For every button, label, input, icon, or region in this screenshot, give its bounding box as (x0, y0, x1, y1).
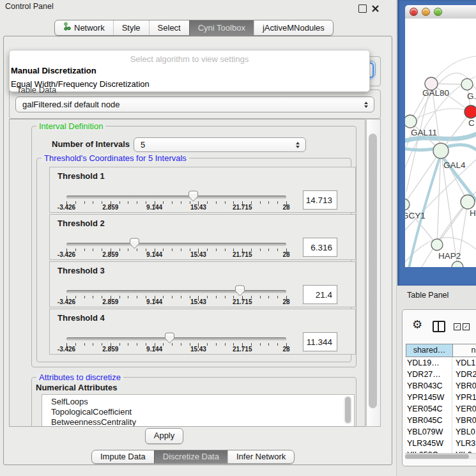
apply-button[interactable]: Apply (145, 428, 183, 444)
interval-definition-group-label: Interval Definition (36, 121, 105, 131)
node-label: GAL11 (411, 128, 437, 137)
tab-jactivemnodules[interactable]: jActiveMNodules (254, 20, 333, 35)
tab-discretize-data[interactable]: Discretize Data (154, 450, 227, 463)
slider-thumb[interactable] (234, 285, 245, 296)
control-panel-window: Control Panel NetworkStyleSelectCyni Too… (0, 0, 397, 476)
threshold-value-field[interactable]: 6.316 (303, 238, 337, 257)
threshold-label: Threshold 2 (58, 219, 105, 228)
popup-item-manual-discretization[interactable]: Manual Discretization (10, 64, 369, 77)
network-graph: GAL80G.CGAL11GAL4GCY1HHAP2 (405, 19, 476, 267)
network-node-gcy1[interactable] (405, 199, 410, 210)
stepper-arrows-icon (296, 142, 300, 148)
slider-thumb[interactable] (129, 238, 140, 249)
network-node-h[interactable] (461, 195, 475, 209)
network-window-titlebar[interactable] (405, 5, 476, 19)
attribute-item-topologicalcoefficient[interactable]: TopologicalCoefficient (42, 407, 354, 417)
cell-shared-name: YBR045C (407, 415, 443, 426)
table-data-combobox[interactable]: galFiltered.sif default node (15, 96, 374, 112)
table-panel: ⚙ ✓ ✓ shared… na YDL19…YDL1YDR27…YDR2YBR… (402, 309, 476, 466)
table-horizontal-scrollbar[interactable] (405, 453, 476, 459)
gear-icon[interactable]: ⚙ (412, 319, 422, 330)
table-data-combobox-value: galFiltered.sif default node (22, 100, 119, 109)
number-of-intervals-value: 5 (141, 140, 145, 150)
table-row[interactable]: YDR27…YDR2 (406, 369, 476, 380)
threshold-value-field[interactable]: 14.713 (303, 190, 337, 210)
slider-thumb[interactable] (188, 190, 199, 202)
table-row[interactable]: YBR045CYBR0 (406, 415, 476, 426)
slider-track[interactable] (66, 196, 286, 199)
slider-track[interactable] (66, 337, 286, 341)
minor-tick (225, 201, 226, 204)
minor-tick (216, 249, 217, 251)
settings-vertical-scrollbar[interactable] (366, 119, 381, 427)
settings-scrollbar-thumb[interactable] (369, 134, 377, 408)
mac-zoom-icon[interactable] (434, 8, 442, 16)
slider-thumb[interactable] (164, 332, 175, 344)
table-scrollbar-thumb[interactable] (405, 454, 469, 459)
minor-tick (207, 296, 208, 298)
tab-select[interactable]: Select (149, 20, 189, 35)
cell-shared-name: YPR145W (407, 392, 444, 403)
threshold-value-field[interactable]: 11.344 (303, 332, 337, 351)
split-columns-icon[interactable] (433, 321, 445, 332)
window-title: Control Panel (5, 2, 54, 11)
table-row[interactable]: YDL19…YDL1 (406, 357, 476, 369)
tick-label: -3.426 (58, 346, 75, 353)
attribute-item-betweennesscentrality[interactable]: BetweennessCentrality (42, 417, 354, 427)
tick-label: 2.859 (102, 298, 118, 305)
tick-label: 15.43 (190, 346, 206, 353)
attribute-item-selfloops[interactable]: SelfLoops (42, 397, 354, 407)
close-icon[interactable] (372, 4, 379, 12)
table-row[interactable]: YER054CYER0 (406, 403, 476, 415)
threshold-value-field[interactable]: 21.4 (303, 285, 337, 304)
checkbox-icon[interactable]: ✓ (454, 323, 461, 330)
minor-tick (163, 201, 164, 204)
mac-minimize-icon[interactable] (422, 8, 430, 16)
float-window-icon[interactable] (358, 4, 367, 13)
minor-tick (207, 249, 208, 251)
threshold-row-1: Threshold 1-3.4262.8599.14415.4321.71528… (49, 167, 356, 213)
tick-label: 21.715 (233, 298, 252, 305)
network-node[interactable] (452, 261, 463, 267)
network-node-hap2[interactable] (431, 239, 443, 250)
network-node-gal4[interactable] (433, 143, 449, 158)
minor-tick (172, 296, 173, 298)
mac-close-icon[interactable] (410, 8, 418, 16)
tab-impute-data[interactable]: Impute Data (92, 450, 154, 463)
node-label: GAL4 (443, 160, 466, 170)
network-node-c[interactable] (464, 105, 476, 118)
column-header-shared-name[interactable]: shared… (406, 344, 452, 357)
column-header-name[interactable]: na (452, 344, 476, 357)
number-of-intervals-combobox[interactable]: 5 (134, 137, 306, 152)
numerical-attributes-list[interactable]: SelfLoopsTopologicalCoefficientBetweenne… (42, 394, 355, 427)
table-row[interactable]: YBR043CYBR0 (406, 380, 476, 392)
network-canvas[interactable]: GAL80G.CGAL11GAL4GCY1HHAP2 (405, 19, 476, 267)
table-row[interactable]: YLR345WYLR3 (406, 438, 476, 449)
tab-style[interactable]: Style (113, 20, 149, 35)
tick-label: 21.715 (233, 346, 252, 353)
tab-network[interactable]: Network (55, 20, 113, 35)
popup-item-equal-width-frequency-discretization[interactable]: Equal Width/Frequency Discretization (10, 77, 369, 91)
attributes-scrollbar[interactable] (344, 396, 352, 424)
tick-label: 9.144 (146, 204, 162, 211)
minor-tick (260, 343, 261, 346)
tab-infer-network[interactable]: Infer Network (227, 450, 294, 463)
cell-shared-name: YDL19… (407, 357, 440, 369)
attributes-scrollbar-thumb[interactable] (345, 397, 351, 423)
network-node-gal11[interactable] (405, 115, 417, 128)
table-row[interactable]: YBL079WYBL0 (406, 426, 476, 438)
checkbox-icon[interactable]: ✓ (463, 323, 470, 330)
tab-cyni-toolbox[interactable]: Cyni Toolbox (189, 20, 254, 35)
minor-tick (137, 343, 137, 346)
network-node-g[interactable] (461, 79, 473, 90)
tick-label: 15.43 (190, 204, 206, 211)
tick-label: 2.859 (102, 346, 118, 353)
tick-label: 28 (282, 251, 289, 258)
node-label: G. (467, 91, 476, 101)
tick-label: -3.426 (58, 298, 75, 305)
table-row[interactable]: YPR145WYPR1 (406, 392, 476, 403)
table-panel-title: Table Panel (407, 291, 449, 300)
slider-track[interactable] (66, 290, 286, 293)
node-label: GCY1 (405, 211, 426, 220)
slider-track[interactable] (66, 243, 286, 246)
